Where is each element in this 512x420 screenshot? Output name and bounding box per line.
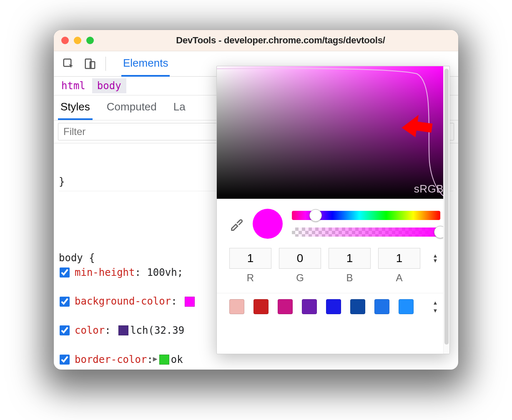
palette-swatch[interactable]: [302, 299, 317, 314]
channel-a: A: [378, 248, 420, 284]
color-swatch[interactable]: [185, 297, 195, 307]
color-swatch[interactable]: [159, 355, 169, 365]
picker-scrollbar[interactable]: [443, 66, 449, 354]
palette-swatch[interactable]: [253, 299, 269, 314]
toggle-decl-checkbox[interactable]: [60, 325, 70, 335]
expand-shorthand-icon[interactable]: ▶: [153, 353, 158, 364]
channel-g-input[interactable]: [279, 248, 321, 269]
chevron-down-icon: ▼: [433, 259, 438, 262]
channel-r: R: [229, 248, 271, 284]
selector-body: body {: [59, 252, 95, 264]
traffic-lights: [61, 37, 94, 44]
devtools-window: DevTools - developer.chrome.com/tags/dev…: [54, 30, 458, 370]
crumb-html[interactable]: html: [56, 78, 90, 93]
palette-swatch[interactable]: [350, 299, 365, 314]
window-titlebar: DevTools - developer.chrome.com/tags/dev…: [54, 30, 458, 51]
maximize-window-button[interactable]: [86, 37, 94, 44]
scrollbar-thumb[interactable]: [444, 69, 449, 345]
top-tabs: Elements: [121, 51, 170, 77]
channel-b: B: [329, 248, 371, 284]
annotation-arrow-icon: [397, 103, 434, 141]
subtab-computed[interactable]: Computed: [104, 95, 159, 120]
toggle-decl-checkbox[interactable]: [60, 355, 70, 365]
close-window-button[interactable]: [61, 37, 69, 44]
device-toolbar-icon[interactable]: [84, 58, 96, 70]
channel-g: G: [279, 248, 321, 284]
hue-slider-thumb[interactable]: [309, 209, 322, 222]
chevron-up-icon: ▲: [433, 254, 438, 258]
toggle-decl-checkbox[interactable]: [60, 297, 70, 307]
toolbar-divider: [105, 57, 106, 71]
channel-r-input[interactable]: [229, 248, 271, 269]
tab-elements[interactable]: Elements: [121, 51, 170, 77]
chevron-down-icon: ▼: [433, 308, 438, 314]
channel-b-label: B: [329, 272, 371, 284]
subtab-styles[interactable]: Styles: [58, 95, 93, 120]
palette-swatch[interactable]: [278, 299, 293, 314]
channel-a-label: A: [378, 272, 420, 284]
sliders-column: [292, 211, 440, 237]
palette-swatches-row: ▲ ▼: [217, 293, 449, 314]
palette-swatch[interactable]: [326, 299, 341, 314]
channel-b-input[interactable]: [329, 248, 371, 269]
subtab-layout-truncated[interactable]: La: [171, 95, 188, 120]
channel-g-label: G: [279, 272, 321, 284]
palette-page-stepper[interactable]: ▲ ▼: [430, 300, 440, 314]
picker-mid-row: [217, 199, 449, 244]
chevron-up-icon: ▲: [433, 300, 438, 306]
palette-swatch[interactable]: [399, 299, 414, 314]
window-title: DevTools - developer.chrome.com/tags/dev…: [110, 35, 451, 46]
current-color-swatch: [253, 209, 283, 239]
alpha-slider[interactable]: [292, 228, 440, 237]
color-inputs-row: R G B A ▲ ▼: [217, 244, 449, 290]
color-format-stepper[interactable]: ▲ ▼: [430, 248, 440, 269]
inspect-element-icon[interactable]: [62, 58, 75, 70]
eyedropper-icon[interactable]: [229, 217, 243, 231]
color-swatch[interactable]: [118, 325, 128, 335]
channel-r-label: R: [229, 272, 271, 284]
gamut-label: sRGB: [414, 182, 444, 195]
minimize-window-button[interactable]: [74, 37, 81, 44]
hue-slider[interactable]: [292, 211, 440, 220]
crumb-body[interactable]: body: [92, 78, 126, 93]
palette-swatch[interactable]: [374, 299, 389, 314]
toggle-decl-checkbox[interactable]: [60, 268, 70, 278]
palette-swatch[interactable]: [229, 299, 244, 314]
decl-border-color[interactable]: border-color:▶ok: [59, 352, 453, 367]
channel-a-input[interactable]: [378, 248, 420, 269]
